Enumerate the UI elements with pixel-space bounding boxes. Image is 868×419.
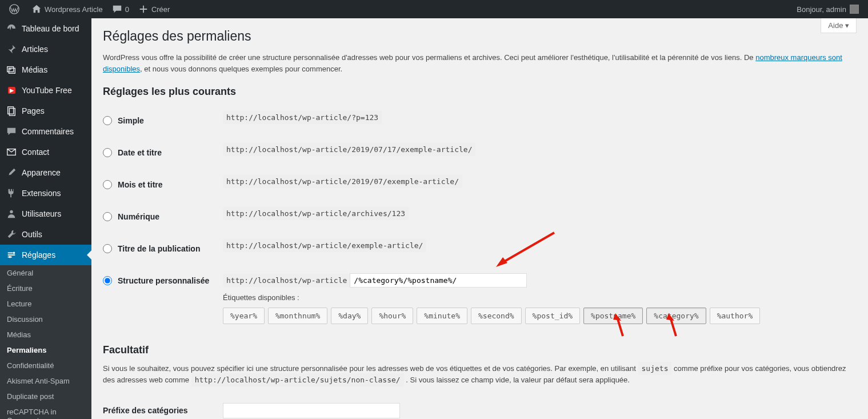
option-label: Date et titre (118, 148, 162, 157)
svg-rect-3 (8, 107, 14, 114)
sidebar-item-pages[interactable]: Pages (0, 101, 91, 121)
site-name-link[interactable]: Wordpress Article (27, 0, 107, 18)
user-icon (6, 208, 17, 220)
sliders-icon (6, 249, 17, 261)
option-example-simple: http://localhost/wp-article/?p=123 (223, 111, 382, 124)
comments-count-link[interactable]: 0 (107, 0, 134, 18)
sidebar-item-label: Apparence (22, 168, 61, 177)
sidebar-item-label: Extensions (22, 189, 61, 198)
svg-point-8 (9, 256, 11, 258)
sidebar-item-tools[interactable]: Outils (0, 224, 91, 245)
tag-second[interactable]: %second% (471, 308, 522, 324)
user-greeting-link[interactable]: Bonjour, admin (792, 0, 863, 18)
sidebar-item-appearance[interactable]: Apparence (0, 162, 91, 183)
option-example-postname: http://localhost/wp-article/exemple-arti… (223, 239, 426, 252)
sidebar-item-label: Pages (22, 106, 45, 115)
admin-sidebar: Tableau de bordArticlesMédias▶YouTube Fr… (0, 18, 91, 419)
sidebar-item-label: Médias (22, 65, 47, 74)
sidebar-item-label: Tableau de bord (22, 24, 79, 33)
option-label: Titre de la publication (118, 244, 200, 253)
sidebar-item-label: Utilisateurs (22, 209, 61, 218)
common-settings-heading: Réglages les plus courants (103, 86, 857, 98)
sidebar-item-media[interactable]: Médias (0, 59, 91, 80)
radio-custom[interactable] (103, 276, 112, 285)
tag-minute[interactable]: %minute% (417, 308, 467, 324)
category-prefix-label: Préfixe des catégories (103, 394, 217, 419)
permalink-option-custom[interactable]: Structure personnalisée (103, 276, 211, 285)
sidebar-subitem-duplicate[interactable]: Duplicate post (0, 389, 91, 404)
permalink-option-numeric[interactable]: Numérique (103, 212, 211, 221)
sidebar-item-extensions[interactable]: Extensions (0, 183, 91, 203)
page-title: Réglages des permaliens (103, 29, 857, 44)
wp-logo-link[interactable] (5, 0, 27, 18)
tag-category[interactable]: %category% (646, 308, 706, 324)
sidebar-item-label: Contact (22, 147, 49, 157)
plug-icon (6, 187, 17, 199)
sidebar-subitem-reading[interactable]: Lecture (0, 296, 91, 312)
dashboard-icon (6, 23, 17, 34)
sidebar-item-label: Outils (22, 230, 42, 239)
radio-month[interactable] (103, 180, 112, 189)
sidebar-item-users[interactable]: Utilisateurs (0, 203, 91, 224)
option-example-date: http://localhost/wp-article/2019/07/17/e… (223, 143, 475, 156)
custom-url-prefix: http://localhost/wp-article (223, 274, 350, 287)
tag-author[interactable]: %author% (710, 308, 761, 324)
available-tags-label: Étiquettes disponibles : (223, 293, 851, 302)
help-tab[interactable]: Aide ▾ (821, 18, 857, 33)
tag-monthnum[interactable]: %monthnum% (268, 308, 327, 324)
sidebar-subitem-akismet[interactable]: Akismet Anti-Spam (0, 373, 91, 389)
sidebar-item-label: Réglages (22, 250, 55, 260)
comment-icon (6, 126, 17, 137)
permalink-option-simple[interactable]: Simple (103, 116, 211, 125)
permalink-option-postname[interactable]: Titre de la publication (103, 244, 211, 253)
option-example-month: http://localhost/wp-article/2019/07/exem… (223, 175, 462, 188)
sidebar-item-youtube[interactable]: ▶YouTube Free (0, 80, 91, 101)
radio-simple[interactable] (103, 116, 112, 125)
tag-buttons-row: %year%%monthnum%%day%%hour%%minute%%seco… (223, 308, 851, 324)
option-example-numeric: http://localhost/wp-article/archives/123 (223, 207, 409, 220)
tag-hour[interactable]: %hour% (371, 308, 413, 324)
permalink-option-date[interactable]: Date et titre (103, 148, 211, 157)
category-prefix-input[interactable] (223, 403, 400, 418)
sidebar-subitem-general[interactable]: Général (0, 265, 91, 281)
permalink-options-table: Simplehttp://localhost/wp-article/?p=123… (103, 105, 857, 333)
option-label: Numérique (118, 212, 159, 221)
tag-postname[interactable]: %postname% (583, 308, 643, 324)
sidebar-item-label: Commentaires (22, 127, 74, 136)
tag-year[interactable]: %year% (223, 308, 265, 324)
comment-icon (112, 4, 122, 14)
admin-topbar: Wordpress Article 0 Créer Bonjour, admin (0, 0, 868, 18)
sidebar-item-label: YouTube Free (22, 86, 72, 95)
sidebar-item-comments[interactable]: Commentaires (0, 121, 91, 142)
optional-heading: Facultatif (103, 344, 857, 356)
sidebar-item-label: Articles (22, 45, 48, 54)
sidebar-item-articles[interactable]: Articles (0, 39, 91, 59)
optional-description: Si vous le souhaitez, vous pouvez spécif… (103, 363, 857, 385)
plus-icon (138, 4, 149, 14)
pages-icon (6, 105, 17, 117)
sidebar-item-settings[interactable]: Réglages (0, 245, 91, 265)
sidebar-subitem-permalinks[interactable]: Permaliens (0, 342, 91, 358)
tag-day[interactable]: %day% (331, 308, 368, 324)
sidebar-subitem-writing[interactable]: Écriture (0, 281, 91, 296)
radio-date[interactable] (103, 148, 112, 157)
custom-structure-input[interactable] (350, 273, 527, 288)
sidebar-item-dashboard[interactable]: Tableau de bord (0, 18, 91, 39)
sidebar-subitem-media-sub[interactable]: Médias (0, 327, 91, 342)
wordpress-icon (9, 4, 19, 14)
contact-icon (6, 146, 17, 158)
radio-postname[interactable] (103, 244, 112, 253)
radio-numeric[interactable] (103, 212, 112, 221)
yt-icon: ▶ (6, 85, 17, 96)
sidebar-item-contact[interactable]: Contact (0, 142, 91, 162)
main-content: Aide ▾ Réglages des permaliens WordPress… (91, 18, 868, 419)
sidebar-subitem-recaptcha[interactable]: reCAPTCHA in Comments (0, 404, 91, 419)
sidebar-subitem-privacy[interactable]: Confidentialité (0, 358, 91, 373)
sidebar-subitem-discussion[interactable]: Discussion (0, 312, 91, 327)
create-link[interactable]: Créer (134, 0, 175, 18)
option-label: Mois et titre (118, 180, 163, 189)
permalink-option-month[interactable]: Mois et titre (103, 180, 211, 189)
tag-post_id[interactable]: %post_id% (525, 308, 580, 324)
svg-point-7 (13, 252, 15, 254)
brush-icon (6, 167, 17, 178)
